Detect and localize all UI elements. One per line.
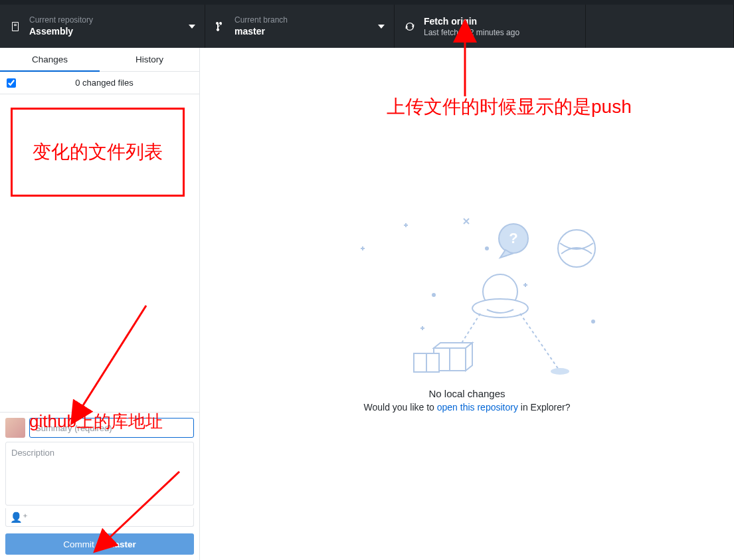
changed-files-header: 0 changed files (0, 72, 199, 94)
sidebar: Changes History 0 changed files 👤⁺ Commi… (0, 48, 200, 560)
svg-text:?: ? (509, 230, 517, 246)
chevron-down-icon (189, 25, 195, 29)
svg-point-0 (485, 246, 489, 250)
repo-value: Assembly (29, 25, 182, 37)
sync-icon (404, 21, 416, 33)
repo-text: Current repository Assembly (29, 15, 182, 37)
tab-history[interactable]: History (100, 48, 199, 72)
fetch-text: Fetch origin Last fetched 2 minutes ago (424, 15, 576, 37)
commit-summary-input[interactable] (29, 418, 194, 438)
svg-point-14 (551, 368, 569, 375)
commit-button-prefix: Commit to (63, 539, 106, 549)
commit-button[interactable]: Commit to master (5, 533, 194, 555)
empty-text-before: Would you like to (363, 402, 436, 413)
commit-form: 👤⁺ Commit to master (0, 412, 199, 560)
empty-illustration: ? (314, 195, 620, 381)
branch-label: Current branch (234, 15, 371, 25)
svg-point-2 (591, 320, 595, 324)
toolbar: Current repository Assembly Current bran… (0, 5, 734, 48)
title-bar (0, 0, 734, 5)
svg-line-9 (520, 314, 560, 371)
empty-state: ? (314, 195, 620, 413)
chevron-down-icon (378, 25, 385, 29)
repo-label: Current repository (29, 15, 182, 25)
open-repository-link[interactable]: open this repository (437, 402, 518, 413)
repo-icon (9, 21, 21, 33)
repo-selector[interactable]: Current repository Assembly (0, 5, 205, 48)
toolbar-spacer (586, 5, 734, 48)
branch-text: Current branch master (234, 15, 371, 37)
avatar (5, 418, 25, 438)
changed-files-count: 0 changed files (16, 78, 193, 88)
empty-title: No local changes (314, 388, 620, 399)
fetch-button[interactable]: Fetch origin Last fetched 2 minutes ago (395, 5, 586, 48)
svg-point-1 (432, 293, 436, 297)
tab-changes[interactable]: Changes (0, 48, 100, 72)
fetch-title: Fetch origin (424, 15, 576, 27)
branch-icon (215, 21, 227, 33)
fetch-subtitle: Last fetched 2 minutes ago (424, 28, 576, 37)
sidebar-tabs: Changes History (0, 48, 199, 72)
add-person-icon: 👤⁺ (10, 512, 28, 523)
empty-text: Would you like to open this repository i… (314, 402, 620, 413)
commit-description-input[interactable] (5, 442, 194, 506)
add-coauthor-button[interactable]: 👤⁺ (5, 508, 194, 527)
svg-point-7 (472, 299, 528, 318)
commit-button-branch: master (106, 539, 136, 549)
branch-value: master (234, 25, 371, 37)
changed-files-list (0, 94, 199, 412)
main-area: Changes History 0 changed files 👤⁺ Commi… (0, 48, 734, 560)
branch-selector[interactable]: Current branch master (205, 5, 395, 48)
select-all-checkbox[interactable] (7, 78, 16, 88)
empty-text-after: in Explorer? (518, 402, 571, 413)
content-area: ? (200, 48, 734, 560)
